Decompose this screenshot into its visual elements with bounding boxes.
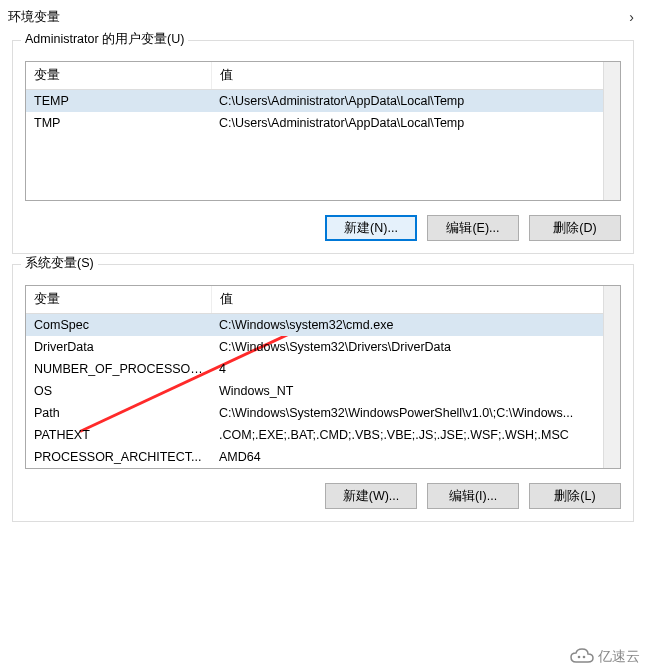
var-name-cell: PROCESSOR_ARCHITECT... — [26, 446, 211, 468]
var-value-cell: AMD64 — [211, 446, 620, 468]
user-variables-label: Administrator 的用户变量(U) — [21, 31, 188, 48]
new-sys-var-button[interactable]: 新建(W)... — [325, 483, 417, 509]
col-variable[interactable]: 变量 — [26, 62, 211, 90]
col-value[interactable]: 值 — [211, 286, 620, 314]
var-name-cell: NUMBER_OF_PROCESSORS — [26, 358, 211, 380]
new-user-var-button[interactable]: 新建(N)... — [325, 215, 417, 241]
table-row[interactable]: TEMPC:\Users\Administrator\AppData\Local… — [26, 90, 620, 113]
watermark-text: 亿速云 — [598, 648, 640, 666]
var-value-cell: .COM;.EXE;.BAT;.CMD;.VBS;.VBE;.JS;.JSE;.… — [211, 424, 620, 446]
var-value-cell: 4 — [211, 358, 620, 380]
var-name-cell: OS — [26, 380, 211, 402]
delete-user-var-button[interactable]: 删除(D) — [529, 215, 621, 241]
var-name-cell: TMP — [26, 112, 211, 134]
table-header[interactable]: 变量 值 — [26, 286, 620, 314]
var-name-cell: Path — [26, 402, 211, 424]
var-name-cell: TEMP — [26, 90, 211, 113]
var-name-cell: PATHEXT — [26, 424, 211, 446]
scrollbar[interactable] — [603, 62, 620, 200]
table-row[interactable]: OSWindows_NT — [26, 380, 620, 402]
delete-sys-var-button[interactable]: 删除(L) — [529, 483, 621, 509]
var-value-cell: C:\Users\Administrator\AppData\Local\Tem… — [211, 112, 620, 134]
table-row[interactable]: ComSpecC:\Windows\system32\cmd.exe — [26, 314, 620, 337]
var-name-cell: ComSpec — [26, 314, 211, 337]
col-value[interactable]: 值 — [211, 62, 620, 90]
user-buttons-row: 新建(N)... 编辑(E)... 删除(D) — [25, 215, 621, 241]
col-variable[interactable]: 变量 — [26, 286, 211, 314]
var-value-cell: C:\Windows\System32\Drivers\DriverData — [211, 336, 620, 358]
table-row[interactable]: DriverDataC:\Windows\System32\Drivers\Dr… — [26, 336, 620, 358]
system-variables-label: 系统变量(S) — [21, 255, 98, 272]
table-row[interactable]: PROCESSOR_ARCHITECT...AMD64 — [26, 446, 620, 468]
user-variables-group: Administrator 的用户变量(U) 变量 值 TEMPC:\Users… — [12, 40, 634, 254]
edit-user-var-button[interactable]: 编辑(E)... — [427, 215, 519, 241]
table-row[interactable]: PATHEXT.COM;.EXE;.BAT;.CMD;.VBS;.VBE;.JS… — [26, 424, 620, 446]
var-value-cell: C:\Users\Administrator\AppData\Local\Tem… — [211, 90, 620, 113]
system-variables-group: 系统变量(S) 变量 值 ComSpecC:\Windows\system32\… — [12, 264, 634, 522]
table-row[interactable]: TMPC:\Users\Administrator\AppData\Local\… — [26, 112, 620, 134]
var-value-cell: C:\Windows\System32\WindowsPowerShell\v1… — [211, 402, 620, 424]
close-icon[interactable]: › — [629, 9, 638, 25]
svg-point-0 — [578, 656, 581, 659]
var-value-cell: C:\Windows\system32\cmd.exe — [211, 314, 620, 337]
var-value-cell: Windows_NT — [211, 380, 620, 402]
scrollbar[interactable] — [603, 286, 620, 468]
table-row[interactable]: NUMBER_OF_PROCESSORS4 — [26, 358, 620, 380]
edit-sys-var-button[interactable]: 编辑(I)... — [427, 483, 519, 509]
system-buttons-row: 新建(W)... 编辑(I)... 删除(L) — [25, 483, 621, 509]
table-row[interactable]: PathC:\Windows\System32\WindowsPowerShel… — [26, 402, 620, 424]
watermark: 亿速云 — [570, 648, 640, 666]
cloud-icon — [570, 648, 594, 666]
dialog-title: 环境变量 — [8, 8, 60, 26]
user-variables-table[interactable]: 变量 值 TEMPC:\Users\Administrator\AppData\… — [25, 61, 621, 201]
table-header[interactable]: 变量 值 — [26, 62, 620, 90]
dialog-titlebar: 环境变量 › — [0, 0, 646, 30]
var-name-cell: DriverData — [26, 336, 211, 358]
system-variables-table[interactable]: 变量 值 ComSpecC:\Windows\system32\cmd.exeD… — [25, 285, 621, 469]
svg-point-1 — [583, 656, 586, 659]
